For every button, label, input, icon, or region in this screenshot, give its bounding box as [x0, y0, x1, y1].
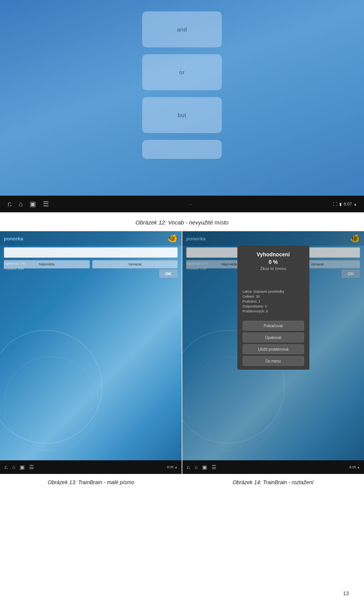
vocab-cards-area: and or but	[0, 0, 364, 159]
modal-btn-0[interactable]: Pokračovat	[243, 321, 304, 331]
recents-icon-right[interactable]: ▣	[202, 464, 207, 470]
tb-status-left: 8:05 ▴	[167, 465, 177, 469]
swirl2-decoration	[4, 356, 99, 451]
modal-info-2: Probráno: 1	[243, 300, 304, 303]
top-screenshot: and or but ⎌ ⌂ ▣ ☰ • ⛶ ▮ 8:07 ▴	[0, 0, 364, 212]
submarine-icon-left: 🐠	[168, 234, 178, 243]
status-bar-top: ⛶ ▮ 8:07 ▴	[333, 202, 356, 207]
home-icon[interactable]: ⌂	[19, 200, 23, 208]
clear-button-left[interactable]: Vymazat	[92, 260, 178, 268]
wifi-icon-left: ▴	[175, 465, 177, 469]
bottom-row: ponorka 🐠 Nápověda Vymazat Úspěšnost: 0 …	[0, 231, 364, 474]
vocab-card-and[interactable]: and	[142, 11, 222, 47]
tb-logo-left: ponorka	[4, 236, 23, 242]
screenshot-trainbrain-left: ponorka 🐠 Nápověda Vymazat Úspěšnost: 0 …	[0, 231, 182, 474]
tb-nav-right-icons: ⎌ ⌂ ▣ ☰	[187, 464, 217, 470]
tb-android-nav-left: ⎌ ⌂ ▣ ☰ 8:05 ▴	[0, 460, 182, 474]
tb-android-nav-right: ⎌ ⌂ ▣ ☰ 8:05 ▴	[182, 460, 364, 474]
resize-icon: ⛶	[333, 202, 337, 206]
time-left: 8:05	[167, 465, 174, 469]
battery-icon: ▮	[339, 202, 342, 207]
android-nav-bar-top: ⎌ ⌂ ▣ ☰ • ⛶ ▮ 8:07 ▴	[0, 196, 364, 212]
recents-icon-left[interactable]: ▣	[20, 464, 25, 470]
modal-panel: Vyhodnocení 0 % Zkus to znovu Lekce: Dop…	[237, 246, 309, 370]
tb-text-input[interactable]	[4, 247, 178, 258]
nav-center-dot: •	[190, 202, 191, 206]
modal-buttons: Pokračovat Opakovat Uložit problémová Do…	[243, 321, 304, 366]
screenshot-trainbrain-right: ponorka 🐠 Nápověda Vymazat Úspěšnost: 0 …	[182, 231, 364, 474]
modal-title: Vyhodnocení	[243, 251, 304, 258]
back-icon-right[interactable]: ⎌	[187, 464, 190, 470]
nav-left-icons: ⎌ ⌂ ▣ ☰	[8, 200, 49, 208]
home-icon-left[interactable]: ⌂	[12, 464, 15, 470]
tb-nav-left-icons: ⎌ ⌂ ▣ ☰	[5, 464, 34, 470]
trainbrain-bg-right: ponorka 🐠 Nápověda Vymazat Úspěšnost: 0 …	[182, 231, 364, 474]
tb-top-bar-left: ponorka 🐠	[0, 231, 182, 246]
tb-status-right: 8:05 ▴	[349, 465, 359, 469]
menu-icon[interactable]: ☰	[43, 200, 49, 208]
ok-button-left[interactable]: OK	[159, 269, 178, 278]
back-icon[interactable]: ⎌	[8, 200, 12, 208]
modal-retry: Zkus to znovu	[243, 266, 304, 271]
vocab-card-but[interactable]: but	[142, 97, 222, 133]
tb-buttons-row: Nápověda Vymazat	[4, 260, 178, 268]
modal-info-4: Problémových: 0	[243, 309, 304, 313]
modal-percent: 0 %	[243, 259, 304, 265]
trainbrain-bg-left: ponorka 🐠 Nápověda Vymazat Úspěšnost: 0 …	[0, 231, 182, 474]
recents-icon[interactable]: ▣	[30, 200, 36, 208]
menu-icon-right[interactable]: ☰	[212, 464, 217, 470]
back-icon-left[interactable]: ⎌	[5, 464, 8, 470]
caption-bottom-left: Obrázek 13: TrainBrain - malé písmo	[0, 474, 182, 489]
tb-input-area: Nápověda Vymazat	[4, 247, 178, 268]
modal-btn-3[interactable]: Do menu	[243, 356, 304, 366]
caption-top: Obrázek 12: Vocab - nevyužité místo	[0, 212, 364, 231]
tb-stats-left: Úspěšnost: 0 % Probráno: 1/30	[4, 262, 25, 271]
caption-bottom-right: Obrázek 14: TrainBrain - roztažení	[182, 474, 364, 489]
captions-row: Obrázek 13: TrainBrain - malé písmo Obrá…	[0, 474, 364, 489]
modal-info-block: Lekce: Dopravní prostředky Celkem: 30 Pr…	[243, 290, 304, 313]
page-number: 13	[343, 590, 349, 596]
modal-info-3: Zodpovězeno: 0	[243, 304, 304, 308]
wifi-icon-right: ▴	[358, 465, 359, 469]
vocab-card-partial	[142, 140, 222, 159]
modal-btn-1[interactable]: Opakovat	[243, 333, 304, 342]
home-icon-right[interactable]: ⌂	[195, 464, 198, 470]
time-right: 8:05	[349, 465, 356, 469]
modal-overlay: Vyhodnocení 0 % Zkus to znovu Lekce: Dop…	[182, 231, 364, 474]
wifi-icon: ▴	[354, 202, 356, 207]
modal-btn-2[interactable]: Uložit problémová	[243, 344, 304, 354]
vocab-card-or[interactable]: or	[142, 54, 222, 90]
modal-info-1: Celkem: 30	[243, 295, 304, 298]
time-display: 8:07	[344, 202, 352, 206]
modal-info-0: Lekce: Dopravní prostředky	[243, 290, 304, 293]
menu-icon-left[interactable]: ☰	[29, 464, 34, 470]
